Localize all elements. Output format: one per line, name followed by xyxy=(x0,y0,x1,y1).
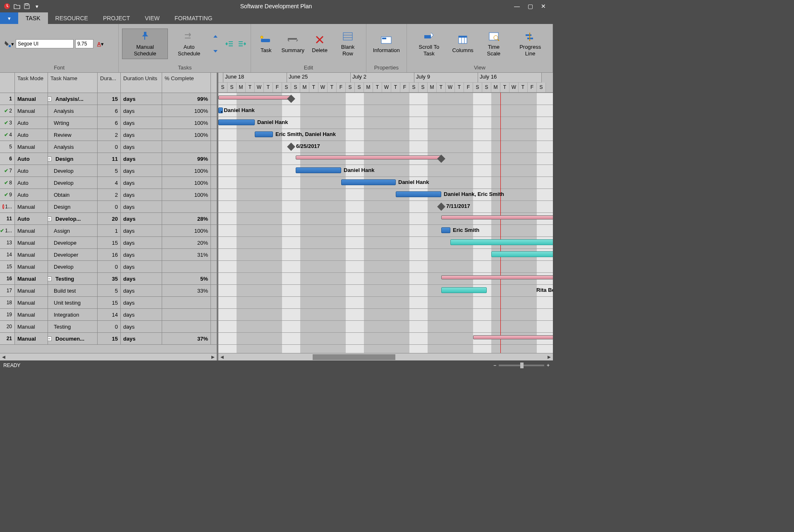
cell-name[interactable]: Develop xyxy=(48,165,98,177)
cell-pct[interactable] xyxy=(162,297,211,308)
cell-pct[interactable]: 100% xyxy=(162,105,211,117)
table-row[interactable]: ✔7AutoDevelop5days100% xyxy=(0,165,217,177)
gantt-bar[interactable] xyxy=(296,155,441,160)
cell-duration[interactable]: 15 xyxy=(98,93,121,105)
cell-mode[interactable]: Manual xyxy=(15,225,48,236)
gantt-hscrollbar[interactable]: ◄► xyxy=(218,353,553,360)
gantt-bar[interactable] xyxy=(341,179,396,185)
timeline-body[interactable]: , Daniel HankDaniel HankEric Smith, Dani… xyxy=(218,93,553,353)
row-num[interactable]: 11 xyxy=(0,213,15,224)
grid-hscrollbar[interactable]: ◄► xyxy=(0,353,217,360)
col-mode-header[interactable]: Task Mode xyxy=(15,73,48,93)
delete-button[interactable]: Delete xyxy=(308,32,331,55)
cell-unit[interactable]: days xyxy=(121,177,162,188)
gantt-bar[interactable] xyxy=(218,95,291,100)
gantt-bar[interactable] xyxy=(441,287,487,293)
grid-body[interactable]: 1Manual−Analysis/...15days99%✔2ManualAna… xyxy=(0,93,217,353)
row-num[interactable]: 19 xyxy=(0,309,15,320)
tab-view[interactable]: VIEW xyxy=(137,12,167,24)
table-row[interactable]: 16Manual−Testing35days5% xyxy=(0,273,217,285)
cell-unit[interactable]: days xyxy=(121,129,162,141)
cell-unit[interactable]: days xyxy=(121,237,162,248)
col-unit-header[interactable]: Duration Units xyxy=(121,73,162,93)
cell-unit[interactable]: days xyxy=(121,309,162,320)
cell-pct[interactable]: 99% xyxy=(162,153,211,165)
cell-mode[interactable]: Auto xyxy=(15,153,48,165)
table-row[interactable]: 1Manual−Analysis/...15days99% xyxy=(0,93,217,105)
cell-pct[interactable]: 100% xyxy=(162,177,211,188)
tab-project[interactable]: PROJECT xyxy=(96,12,137,24)
gantt-bar[interactable] xyxy=(396,191,441,197)
tab-resource[interactable]: RESOURCE xyxy=(48,12,96,24)
cell-name[interactable]: Design xyxy=(48,201,98,212)
cell-pct[interactable] xyxy=(162,309,211,320)
row-num[interactable]: 15 xyxy=(0,261,15,272)
cell-unit[interactable]: days xyxy=(121,321,162,332)
col-pct-header[interactable]: % Complete xyxy=(162,73,211,93)
cell-duration[interactable]: 0 xyxy=(98,141,121,153)
cell-unit[interactable]: days xyxy=(121,189,162,200)
cell-unit[interactable]: days xyxy=(121,225,162,236)
col-dur-header[interactable]: Dura... xyxy=(98,73,121,93)
scroll-to-task-button[interactable]: Scroll To Task xyxy=(410,29,448,58)
cell-mode[interactable]: Manual xyxy=(15,201,48,212)
cell-pct[interactable] xyxy=(162,141,211,153)
save-icon[interactable] xyxy=(22,2,31,11)
gantt-bar[interactable] xyxy=(450,239,553,245)
cell-pct[interactable]: 5% xyxy=(162,273,211,284)
gantt-bar[interactable] xyxy=(473,335,553,339)
timescale-button[interactable]: Time Scale xyxy=(478,29,509,58)
cell-duration[interactable]: 14 xyxy=(98,309,121,320)
milestone-icon[interactable] xyxy=(437,203,445,211)
cell-mode[interactable]: Manual xyxy=(15,285,48,296)
cell-mode[interactable]: Manual xyxy=(15,249,48,260)
cell-duration[interactable]: 11 xyxy=(98,153,121,165)
row-num[interactable]: 17 xyxy=(0,285,15,296)
qat-dropdown-icon[interactable]: ▾ xyxy=(32,2,41,11)
table-row[interactable]: ✔1...ManualAssign1days100% xyxy=(0,225,217,237)
cell-duration[interactable]: 0 xyxy=(98,261,121,272)
cell-mode[interactable]: Manual xyxy=(15,273,48,284)
cell-unit[interactable]: days xyxy=(121,273,162,284)
row-num[interactable]: 16 xyxy=(0,273,15,284)
gantt-bar[interactable] xyxy=(491,251,553,257)
manual-schedule-button[interactable]: Manual Schedule xyxy=(122,29,168,59)
cell-duration[interactable]: 20 xyxy=(98,213,121,224)
cell-mode[interactable]: Auto xyxy=(15,117,48,129)
table-row[interactable]: 19ManualIntegration14days xyxy=(0,309,217,321)
cell-unit[interactable]: days xyxy=(121,333,162,344)
cell-unit[interactable]: days xyxy=(121,261,162,272)
font-color-icon[interactable]: A▾ xyxy=(95,38,106,49)
cell-duration[interactable]: 15 xyxy=(98,297,121,308)
cell-name[interactable]: −Documen... xyxy=(48,333,98,344)
cell-name[interactable]: Obtain xyxy=(48,189,98,200)
cell-mode[interactable]: Manual xyxy=(15,297,48,308)
zoom-in-icon[interactable]: + xyxy=(547,363,550,368)
cell-pct[interactable]: 37% xyxy=(162,333,211,344)
table-row[interactable]: ✔4AutoReview2days100% xyxy=(0,129,217,141)
tab-task[interactable]: TASK xyxy=(18,12,48,24)
gantt-bar[interactable] xyxy=(441,215,553,219)
cell-duration[interactable]: 5 xyxy=(98,165,121,177)
row-num[interactable]: 20 xyxy=(0,321,15,332)
cell-unit[interactable]: days xyxy=(121,117,162,129)
cell-mode[interactable]: Auto xyxy=(15,177,48,188)
cell-name[interactable]: −Develop... xyxy=(48,213,98,224)
row-num[interactable]: !1... xyxy=(0,201,15,212)
table-row[interactable]: ✔9AutoObtain2days100% xyxy=(0,189,217,201)
cell-pct[interactable]: 100% xyxy=(162,129,211,141)
cell-mode[interactable]: Auto xyxy=(15,129,48,141)
cell-unit[interactable]: days xyxy=(121,141,162,153)
cell-unit[interactable]: days xyxy=(121,285,162,296)
move-up-icon[interactable] xyxy=(210,32,221,43)
cell-duration[interactable]: 0 xyxy=(98,321,121,332)
cell-mode[interactable]: Manual xyxy=(15,105,48,117)
row-num[interactable]: ✔1... xyxy=(0,225,15,236)
table-row[interactable]: ✔8AutoDevelop4days100% xyxy=(0,177,217,189)
cell-name[interactable]: Assign xyxy=(48,225,98,236)
cell-mode[interactable]: Manual xyxy=(15,333,48,344)
cell-mode[interactable]: Manual xyxy=(15,309,48,320)
progress-line-button[interactable]: Progress Line xyxy=(511,29,549,58)
cell-unit[interactable]: days xyxy=(121,213,162,224)
cell-duration[interactable]: 15 xyxy=(98,237,121,248)
